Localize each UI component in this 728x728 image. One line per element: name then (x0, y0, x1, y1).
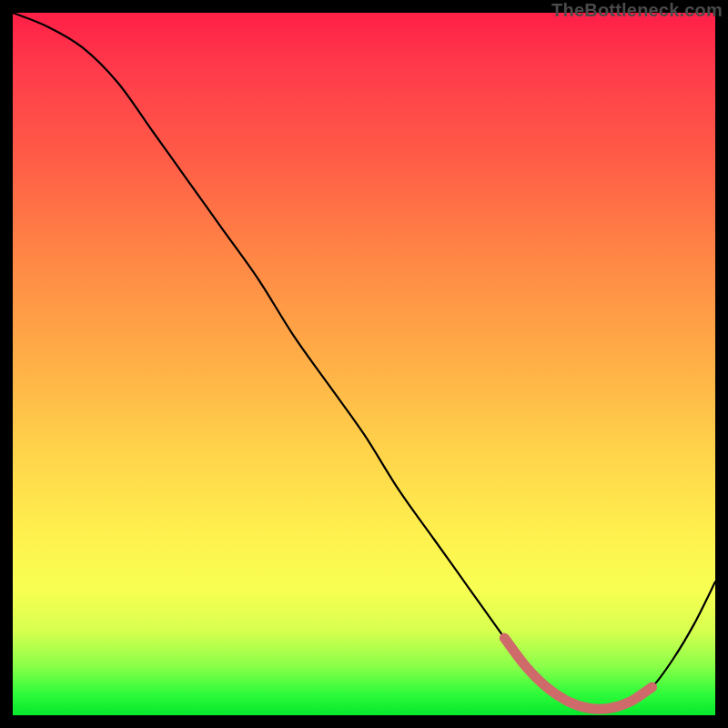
chart-overlay (13, 13, 715, 715)
valley-marker (504, 638, 652, 709)
bottleneck-curve (13, 13, 715, 709)
